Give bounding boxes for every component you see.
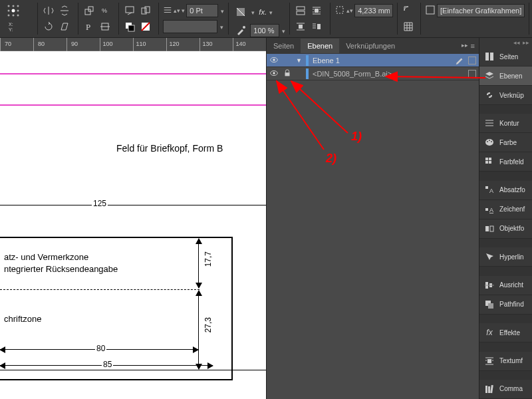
panel-menu-icon[interactable]: ≡ <box>471 42 475 50</box>
svg-point-43 <box>491 141 492 142</box>
rotate-icon[interactable] <box>41 19 57 35</box>
opacity-icon[interactable] <box>233 4 249 20</box>
dock-item-verknuepf[interactable]: Verknüp <box>479 86 532 105</box>
svg-rect-59 <box>487 359 491 363</box>
svg-point-3 <box>8 10 10 12</box>
dock-item-effekte[interactable]: fxEffekte <box>479 323 532 342</box>
fill-swap-icon[interactable] <box>122 19 138 35</box>
grid-icon[interactable] <box>400 19 416 35</box>
dim-177: 17,7 <box>203 251 213 267</box>
dock-item-absatz[interactable]: AAbsatzfo <box>479 181 532 200</box>
zoom-input[interactable] <box>250 24 279 37</box>
chevron-down-icon[interactable] <box>219 7 224 15</box>
pen-icon[interactable] <box>455 55 464 66</box>
object-style-select[interactable] <box>437 4 525 17</box>
flip-horizontal-icon[interactable] <box>41 3 57 19</box>
chevron-down-icon[interactable] <box>250 8 255 16</box>
text-wrap-jump-icon[interactable] <box>293 19 309 35</box>
layer-target-icon[interactable] <box>468 70 476 78</box>
dock-item-ebenen[interactable]: Ebenen <box>479 66 532 86</box>
visibility-icon[interactable] <box>269 55 279 66</box>
layer-row-ebene1[interactable]: ▼ Ebene 1 <box>267 54 479 67</box>
disclosure-icon[interactable]: ▼ <box>296 57 302 64</box>
dock-collapse-icon[interactable]: ◂◂ <box>513 39 520 46</box>
svg-text:A: A <box>489 207 493 213</box>
top-toolbar: X:Y: % P ▴▾ <box>0 0 532 38</box>
svg-rect-38 <box>485 53 489 61</box>
object-style-icon <box>483 223 495 234</box>
svg-point-5 <box>17 10 19 12</box>
svg-point-25 <box>243 26 245 29</box>
main-area: 70 80 90 100 110 120 130 140 Feld für Br… <box>0 38 532 399</box>
chevron-down-icon[interactable] <box>219 23 223 31</box>
dock-item-kontur[interactable]: Kontur <box>479 114 532 133</box>
dock-item-pathfind[interactable]: Pathfind <box>479 295 532 315</box>
svg-rect-61 <box>488 386 490 393</box>
layers-panel: Seiten Ebenen Verknüpfungen ▸▸ ≡ ▼ Ebene… <box>266 38 479 399</box>
flip-vertical-icon[interactable] <box>57 3 72 19</box>
svg-point-36 <box>273 72 275 74</box>
text-p-icon[interactable]: P <box>81 19 97 35</box>
svg-rect-50 <box>485 208 488 211</box>
layer-row-placed-ai[interactable]: <DIN_5008_Form_B.ai> <box>267 67 479 80</box>
layer-target-icon[interactable] <box>468 57 476 65</box>
dock-item-seiten[interactable]: Seiten <box>479 47 532 66</box>
tab-seiten[interactable]: Seiten <box>267 39 301 53</box>
dock-item-farbfeld[interactable]: Farbfeld <box>479 152 532 172</box>
stepper-icon[interactable]: ▴▾ <box>346 7 353 14</box>
stroke-stepper-icon[interactable]: ▴▾ <box>174 7 185 14</box>
text-wrap-left-icon[interactable] <box>309 19 325 35</box>
align-stroke-icon[interactable] <box>97 19 113 35</box>
svg-rect-48 <box>485 186 488 189</box>
sublayer-name[interactable]: <DIN_5008_Form_B.ai> <box>313 70 464 78</box>
svg-rect-53 <box>490 226 493 231</box>
annotation-label-1: 1) <box>351 130 362 144</box>
dock-item-textumf[interactable]: Textumf <box>479 352 532 371</box>
dock-item-commag[interactable]: Comma <box>479 380 532 399</box>
scale-icon[interactable] <box>81 3 97 19</box>
shear-icon[interactable] <box>57 19 72 35</box>
zone2-label: chriftzone <box>4 314 41 324</box>
corner-options-icon[interactable] <box>400 3 416 19</box>
layer-name[interactable]: Ebene 1 <box>313 57 451 65</box>
dock-item-objekt[interactable]: Objektfo <box>479 219 532 239</box>
none-icon[interactable] <box>138 19 154 35</box>
svg-rect-58 <box>488 303 493 309</box>
svg-rect-60 <box>485 386 487 393</box>
visibility-icon[interactable] <box>269 68 279 79</box>
dock-expand-icon[interactable]: ▸▸ <box>523 39 529 46</box>
header-label: Feld für Briefkopf, Form B <box>116 143 223 154</box>
dock-item-zeichen[interactable]: AZeichenf <box>479 200 532 219</box>
tab-ebenen[interactable]: Ebenen <box>301 39 339 53</box>
select-container-icon[interactable] <box>122 3 138 19</box>
svg-rect-18 <box>142 8 146 14</box>
text-wrap-around-icon[interactable] <box>309 3 325 19</box>
select-content-icon[interactable] <box>138 3 154 19</box>
tab-verknuepfungen[interactable]: Verknüpfungen <box>339 39 402 53</box>
fx-icon[interactable]: fx. <box>259 8 267 16</box>
dock-item-ausricht[interactable]: Ausricht <box>479 276 532 295</box>
reference-point-grid[interactable]: X:Y: <box>3 3 38 35</box>
dock-item-farbe[interactable]: Farbe <box>479 133 532 152</box>
canvas-area[interactable]: 70 80 90 100 110 120 130 140 Feld für Br… <box>0 38 266 399</box>
percent-icon[interactable]: % <box>97 3 113 19</box>
width-input[interactable] <box>354 4 393 17</box>
svg-text:A: A <box>489 188 493 194</box>
right-dock: ◂◂ ▸▸ Seiten Ebenen Verknüp Kontur Farbe… <box>479 38 532 399</box>
dim-85: 85 <box>102 360 113 369</box>
crop-icon[interactable] <box>334 5 345 17</box>
eyedropper-icon[interactable] <box>233 23 249 39</box>
lock-icon[interactable] <box>283 68 292 79</box>
chevron-down-icon[interactable] <box>281 27 285 35</box>
stroke-style-input[interactable] <box>163 20 217 33</box>
dock-item-hyperlin[interactable]: Hyperlin <box>479 247 532 267</box>
dim-80: 80 <box>95 344 106 353</box>
text-wrap-none-icon[interactable] <box>293 3 309 19</box>
panel-collapse-icon[interactable]: ▸▸ <box>462 42 468 50</box>
svg-point-34 <box>273 59 275 61</box>
chevron-down-icon[interactable] <box>268 8 273 16</box>
svg-rect-39 <box>490 53 493 61</box>
svg-rect-62 <box>490 385 493 393</box>
zone1-label-b: ntegrierter Rücksendeangabe <box>4 264 118 274</box>
stroke-weight-input[interactable] <box>186 4 218 17</box>
